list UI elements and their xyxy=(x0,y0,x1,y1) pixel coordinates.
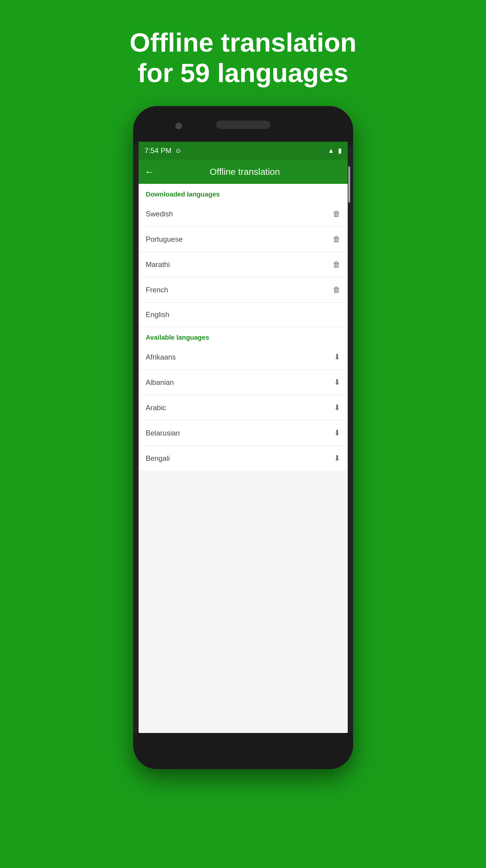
scrollbar[interactable] xyxy=(348,166,350,203)
language-name: Bengali xyxy=(146,454,170,463)
language-name: Portuguese xyxy=(146,235,183,244)
list-item[interactable]: Albanian ⬇ xyxy=(139,370,348,395)
language-name: Belarusian xyxy=(146,429,180,437)
phone-top xyxy=(133,106,353,145)
headline-line1: Offline translation xyxy=(130,27,356,57)
language-name: French xyxy=(146,286,168,294)
phone-camera xyxy=(175,123,182,129)
list-item[interactable]: Marathi 🗑 xyxy=(139,252,348,277)
language-name: Afrikaans xyxy=(146,353,176,361)
list-item[interactable]: Bengali ⬇ xyxy=(139,446,348,471)
phone-bottom xyxy=(133,733,353,769)
battery-icon: ▮ xyxy=(338,147,342,155)
available-section-header: Available languages xyxy=(139,327,348,344)
download-icon[interactable]: ⬇ xyxy=(334,378,341,387)
status-time: 7:54 PM ⊙ xyxy=(144,147,181,155)
headline-line2: for 59 languages xyxy=(138,58,348,88)
app-bar: ← Offline translation xyxy=(139,160,348,184)
phone-screen: 7:54 PM ⊙ ▲ ▮ ← Offline translation Down… xyxy=(139,142,348,733)
phone-mockup: 7:54 PM ⊙ ▲ ▮ ← Offline translation Down… xyxy=(133,106,353,769)
language-name: Marathi xyxy=(146,260,170,269)
downloaded-section-header: Downloaded languages xyxy=(139,184,348,201)
notification-icon: ⊙ xyxy=(176,147,181,154)
status-bar: 7:54 PM ⊙ ▲ ▮ xyxy=(139,142,348,160)
back-button[interactable]: ← xyxy=(144,166,154,178)
list-item[interactable]: Arabic ⬇ xyxy=(139,395,348,421)
content-area: Downloaded languages Swedish 🗑 Portugues… xyxy=(139,184,348,471)
phone-shell: 7:54 PM ⊙ ▲ ▮ ← Offline translation Down… xyxy=(133,106,353,769)
time-display: 7:54 PM xyxy=(144,147,171,155)
status-icons: ▲ ▮ xyxy=(328,147,342,155)
list-item[interactable]: English xyxy=(139,303,348,327)
download-icon[interactable]: ⬇ xyxy=(334,403,341,412)
language-name: English xyxy=(146,310,170,319)
language-name: Swedish xyxy=(146,210,173,218)
delete-icon[interactable]: 🗑 xyxy=(333,285,341,294)
app-bar-title: Offline translation xyxy=(160,167,342,177)
download-icon[interactable]: ⬇ xyxy=(334,352,341,362)
list-item[interactable]: Afrikaans ⬇ xyxy=(139,344,348,370)
list-item[interactable]: Portuguese 🗑 xyxy=(139,227,348,252)
language-name: Arabic xyxy=(146,404,166,412)
download-icon[interactable]: ⬇ xyxy=(334,454,341,463)
list-item[interactable]: Belarusian ⬇ xyxy=(139,421,348,446)
phone-speaker xyxy=(216,121,270,129)
wifi-icon: ▲ xyxy=(328,147,334,155)
download-icon[interactable]: ⬇ xyxy=(334,428,341,438)
list-item[interactable]: Swedish 🗑 xyxy=(139,201,348,227)
delete-icon[interactable]: 🗑 xyxy=(333,235,341,244)
delete-icon[interactable]: 🗑 xyxy=(333,209,341,218)
list-item[interactable]: French 🗑 xyxy=(139,277,348,303)
delete-icon[interactable]: 🗑 xyxy=(333,260,341,269)
language-name: Albanian xyxy=(146,378,174,387)
headline: Offline translation for 59 languages xyxy=(77,27,409,88)
